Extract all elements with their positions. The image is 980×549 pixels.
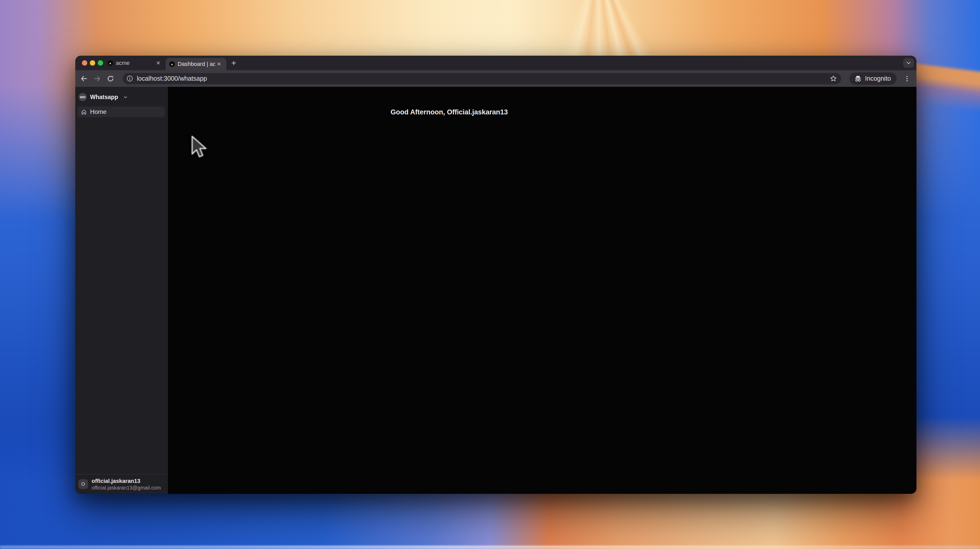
minimize-window-button[interactable] [90,60,95,65]
close-tab-icon[interactable]: ✕ [154,59,162,67]
close-window-button[interactable] [82,60,87,65]
tab-dashboard-acme[interactable]: ▲ Dashboard | acme ✕ [165,58,226,70]
dashboard-main: Good Afternoon, Official.jaskaran13 [168,87,916,494]
desktop: ▲ acme ✕ ▲ Dashboard | acme ✕ + [0,0,980,549]
browser-window: ▲ acme ✕ ▲ Dashboard | acme ✕ + [75,56,916,494]
incognito-icon [854,75,862,83]
page-content: WH Whatsapp Home O official.j [75,87,916,494]
back-arrow-icon [80,75,88,83]
browser-menu-button[interactable] [903,73,912,84]
close-tab-icon[interactable]: ✕ [215,60,223,68]
greeting-heading: Good Afternoon, Official.jaskaran13 [390,108,508,116]
tab-strip: ▲ acme ✕ ▲ Dashboard | acme ✕ + [75,56,916,70]
user-profile[interactable]: O official.jaskaran13 official.jaskaran1… [75,474,168,494]
vercel-favicon-icon: ▲ [169,61,175,67]
user-avatar: O [78,479,88,489]
address-bar[interactable]: localhost:3000/whatsapp [123,73,841,84]
incognito-label: Incognito [865,75,891,82]
home-icon [81,109,87,115]
user-name: official.jaskaran13 [92,477,161,485]
three-dot-menu-icon [904,75,910,82]
app-sidebar: WH Whatsapp Home O official.j [75,87,168,494]
wallpaper-bottom-glow [0,546,980,549]
workspace-avatar: WH [79,93,87,101]
tab-title: acme [116,60,154,66]
workspace-name: Whatsapp [90,94,118,101]
sidebar-item-home[interactable]: Home [77,107,165,117]
tab-title: Dashboard | acme [178,61,215,67]
reload-icon [107,75,115,83]
forward-button[interactable] [92,73,103,84]
tab-acme[interactable]: ▲ acme ✕ [104,56,165,70]
sidebar-item-label: Home [90,108,107,115]
back-button[interactable] [78,73,89,84]
zoom-window-button[interactable] [98,60,103,65]
forward-arrow-icon [94,75,101,83]
url-text[interactable]: localhost:3000/whatsapp [137,75,830,82]
new-tab-button[interactable]: + [229,58,239,68]
site-info-icon[interactable] [126,75,133,82]
sidebar-spacer [75,117,168,474]
chevron-down-icon [906,60,912,65]
incognito-badge: Incognito [850,72,897,85]
tab-search-button[interactable] [903,58,914,68]
workspace-switcher[interactable]: WH Whatsapp [79,93,164,101]
bookmark-star-icon[interactable] [830,75,837,82]
vercel-favicon-icon: ▲ [107,60,113,66]
user-email: official.jaskaran13@gmail.com [92,485,161,491]
chevron-down-icon [123,95,128,100]
traffic-lights [75,60,104,65]
browser-toolbar: localhost:3000/whatsapp Incognito [75,70,916,87]
reload-button[interactable] [105,73,116,84]
user-identity: official.jaskaran13 official.jaskaran13@… [92,477,161,491]
